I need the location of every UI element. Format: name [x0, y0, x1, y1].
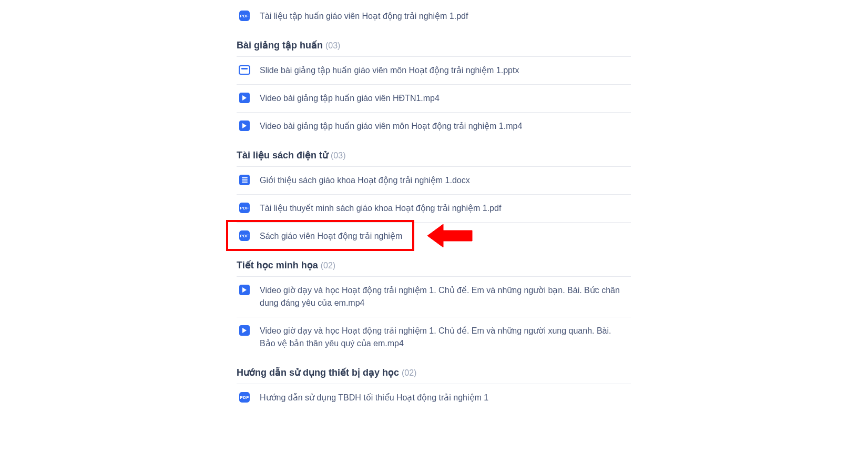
video-icon [239, 93, 250, 103]
file-name: Sách giáo viên Hoạt động trải nghiệm [260, 230, 402, 243]
file-name: Giới thiệu sách giáo khoa Hoạt động trải… [260, 174, 470, 187]
section-title: Tiết học minh họa (02) [237, 250, 631, 276]
video-icon [239, 120, 250, 131]
file-name: Hướng dẫn sử dụng TBDH tối thiểu Hoạt độ… [260, 391, 488, 404]
file-row[interactable]: PDFTài liệu thuyết minh sách giáo khoa H… [237, 194, 631, 222]
file-row[interactable]: PDFSách giáo viên Hoạt động trải nghiệm [237, 222, 631, 250]
file-name: Tài liệu thuyết minh sách giáo khoa Hoạt… [260, 202, 501, 215]
file-row[interactable]: Video giờ dạy và học Hoạt động trải nghi… [237, 276, 631, 317]
file-icon-wrap [239, 64, 250, 76]
file-row[interactable]: PDFTài liệu tập huấn giáo viên Hoạt động… [237, 3, 631, 30]
section-title-text: Tài liệu sách điện tử [237, 150, 331, 160]
file-icon-wrap [239, 325, 250, 336]
section-count: (03) [325, 41, 340, 50]
file-row[interactable]: Slide bài giảng tập huấn giáo viên môn H… [237, 56, 631, 84]
section-title: Bài giảng tập huấn (03) [237, 30, 631, 56]
file-icon-wrap [239, 174, 250, 186]
section-title: Tài liệu sách điện tử (03) [237, 140, 631, 166]
file-icon-wrap [239, 92, 250, 104]
file-row[interactable]: Video bài giảng tập huấn giáo viên môn H… [237, 112, 631, 140]
file-name: Video bài giảng tập huấn giáo viên môn H… [260, 120, 522, 133]
file-name: Video giờ dạy và học Hoạt động trải nghi… [260, 325, 629, 350]
section-title-text: Hướng dẫn sử dụng thiết bị dạy học [237, 367, 402, 378]
section-count: (03) [331, 151, 345, 160]
file-icon-wrap: PDF [239, 10, 250, 22]
file-row[interactable]: Video giờ dạy và học Hoạt động trải nghi… [237, 317, 631, 357]
video-icon [239, 285, 250, 295]
slide-icon [239, 65, 250, 75]
section-count: (02) [321, 261, 335, 270]
pdf-icon: PDF [239, 392, 250, 403]
file-name: Video bài giảng tập huấn giáo viên HĐTN1… [260, 92, 440, 105]
pdf-icon: PDF [239, 11, 250, 21]
file-icon-wrap: PDF [239, 202, 250, 214]
file-row[interactable]: Giới thiệu sách giáo khoa Hoạt động trải… [237, 166, 631, 194]
file-row[interactable]: PDFHướng dẫn sử dụng TBDH tối thiểu Hoạt… [237, 384, 631, 411]
file-icon-wrap: PDF [239, 391, 250, 403]
file-name: Tài liệu tập huấn giáo viên Hoạt động tr… [260, 10, 468, 23]
section-title-text: Tiết học minh họa [237, 260, 321, 270]
file-name: Slide bài giảng tập huấn giáo viên môn H… [260, 64, 519, 77]
file-icon-wrap [239, 284, 250, 296]
section-title-text: Bài giảng tập huấn [237, 40, 325, 51]
pdf-icon: PDF [239, 230, 250, 241]
doc-icon [239, 175, 250, 185]
file-row[interactable]: Video bài giảng tập huấn giáo viên HĐTN1… [237, 84, 631, 112]
file-icon-wrap [239, 120, 250, 132]
section-count: (02) [402, 368, 416, 377]
video-icon [239, 325, 250, 336]
section-title: Hướng dẫn sử dụng thiết bị dạy học (02) [237, 357, 631, 384]
file-icon-wrap: PDF [239, 230, 250, 242]
file-name: Video giờ dạy và học Hoạt động trải nghi… [260, 284, 629, 309]
pdf-icon: PDF [239, 203, 250, 213]
